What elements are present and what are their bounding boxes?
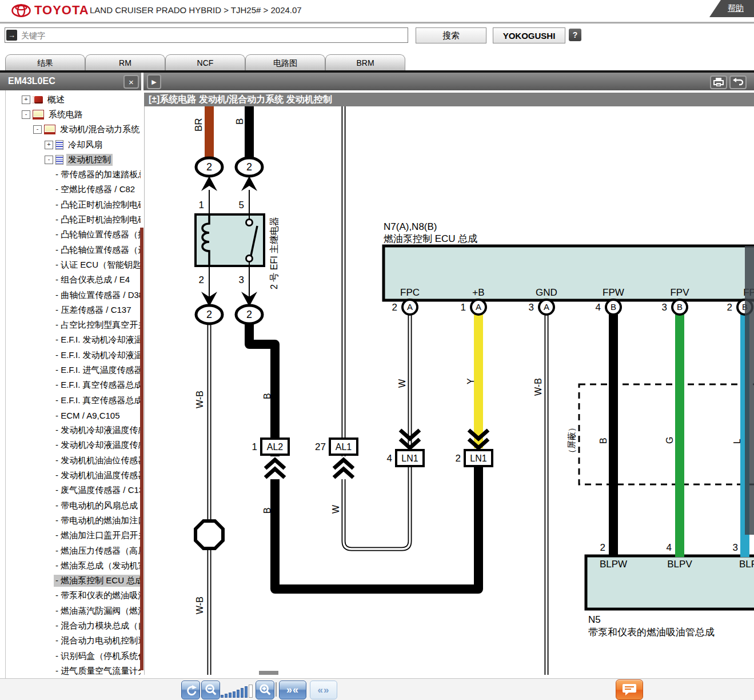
tree-item-label[interactable]: - 带电动机的燃油加注口盖 — [54, 515, 141, 527]
tree-item-label[interactable]: - E.F.I. 发动机冷却液温度 — [54, 334, 141, 346]
tree-leaf[interactable]: - 带传感器的加速踏板总成 — [6, 167, 141, 182]
zoom-out-button[interactable] — [201, 681, 220, 699]
tree-item-label[interactable]: - E.F.I. 真空传感器总成 / — [54, 379, 141, 391]
tree-leaf[interactable]: - 废气温度传感器 / C139 — [6, 483, 141, 498]
tree-item-label[interactable]: - E.F.I. 进气温度传感器 / — [54, 364, 141, 376]
tree-item-label[interactable]: - E.F.I. 发动机冷却液温度 — [54, 349, 141, 361]
tree-leaf[interactable]: - 曲轴位置传感器 / D38 — [6, 288, 141, 303]
tree-item-label[interactable]: - E.F.I. 真空传感器总成 / — [54, 395, 141, 407]
tree-item-label[interactable]: - 空燃比传感器 / C82 — [54, 184, 137, 196]
expand-panel-icon[interactable]: ▶ — [147, 74, 161, 89]
tree-node[interactable]: +冷却风扇 — [6, 137, 141, 152]
tree-item-label[interactable]: - 发动机机油温度传感器（ — [54, 470, 141, 482]
tree-item-label[interactable]: - 占空比控制型真空开关阀 — [54, 319, 141, 331]
collapse-icon[interactable]: - — [33, 125, 42, 134]
tree-node[interactable]: -系统电路 — [6, 107, 141, 122]
question-icon[interactable]: ? — [569, 29, 581, 41]
tree-leaf[interactable]: - 凸轮正时机油控制电磁阀 — [6, 212, 141, 227]
tab-电路图[interactable]: 电路图 — [245, 54, 325, 71]
tree-node[interactable]: +概述 — [6, 92, 141, 107]
tree-leaf[interactable]: - 燃油压力传感器（高压侧 — [6, 543, 141, 558]
tab-RM[interactable]: RM — [85, 54, 165, 71]
tree-item-label[interactable]: 发动机/混合动力系统 — [58, 124, 141, 136]
zoom-bar[interactable] — [245, 686, 248, 698]
zoom-bar[interactable] — [241, 688, 244, 698]
tree-item-label[interactable]: - ECM / A9,C105 — [54, 410, 122, 421]
tree-leaf[interactable]: - 认证 ECU（智能钥匙 EC — [6, 257, 141, 272]
tree-item-label[interactable]: - 压差传感器 / C137 — [54, 304, 133, 316]
tree-leaf[interactable]: - 燃油泵控制 ECU 总成 / — [6, 574, 141, 588]
tree-leaf[interactable]: - 带电动机的风扇总成 / h2 — [6, 498, 141, 513]
tree-item-label[interactable]: - 混合动力电动机控制逆变 — [54, 635, 141, 647]
tree-item-label[interactable]: - 混合动力模块总成（自动 — [54, 620, 141, 632]
tree-leaf[interactable]: - E.F.I. 发动机冷却液温度 — [6, 333, 141, 348]
zoom-level-bars[interactable] — [221, 684, 253, 698]
tree-leaf[interactable]: - 发动机冷却液温度传感器 — [6, 438, 141, 453]
search-button[interactable]: 搜索 — [416, 27, 486, 43]
tree-leaf[interactable]: - 凸轮轴位置传感器（进气 — [6, 242, 141, 257]
back-button[interactable] — [729, 75, 747, 89]
horizontal-scrollbar-thumb[interactable] — [259, 671, 278, 675]
tree-leaf[interactable]: - 带泵和仪表的燃油吸油管 — [6, 588, 141, 603]
zoom-bar[interactable] — [233, 691, 236, 698]
tree-item-label[interactable]: 概述 — [46, 94, 66, 106]
collapse-icon[interactable]: - — [45, 156, 53, 164]
tree-item-label[interactable]: - 燃油泵控制 ECU 总成 / — [54, 575, 141, 587]
tree-leaf[interactable]: - 带电动机的燃油加注口盖 — [6, 513, 141, 528]
tree-item-label[interactable]: 发动机控制 — [66, 154, 113, 166]
tree-item-label[interactable]: - 发动机冷却液温度传感器 — [54, 439, 141, 451]
diagram-title[interactable]: [±]系统电路 发动机/混合动力系统 发动机控制 — [144, 93, 754, 106]
tree-node[interactable]: -发动机控制 — [6, 152, 141, 167]
tree-leaf[interactable]: - ECM / A9,C105 — [6, 408, 141, 423]
tree-item-label[interactable]: - 组合仪表总成 / E4 — [54, 274, 131, 286]
collapse-icon[interactable]: - — [22, 110, 30, 119]
tree-item-label[interactable]: - 发动机冷却液温度传感器 — [54, 424, 141, 436]
help-tab[interactable]: 帮助 — [709, 0, 754, 17]
tree-item-label[interactable]: - 凸轮轴位置传感器（进气 — [54, 244, 141, 256]
tree-item-label[interactable]: - 燃油压力传感器（高压侧 — [54, 545, 141, 557]
vertical-scrollbar-thumb[interactable] — [745, 246, 754, 535]
wiring-diagram[interactable]: 22222A1A3A4B3B2B1AL227AL14LN12LN1BRB1523… — [145, 106, 754, 675]
tree-item-label[interactable]: - 带电动机的风扇总成 / h2 — [54, 500, 141, 512]
zoom-bar-current[interactable] — [249, 685, 253, 698]
tree-leaf[interactable]: - 发动机机油温度传感器（ — [6, 468, 141, 483]
rotate-button[interactable] — [181, 681, 200, 699]
tree-item-label[interactable]: - 凸轮正时机油控制电磁阀 — [54, 199, 141, 211]
feedback-button[interactable] — [616, 679, 643, 700]
tab-结果[interactable]: 结果 — [5, 54, 85, 71]
page-nav-button[interactable]: «» — [310, 681, 337, 699]
tree-leaf[interactable]: - 空燃比传感器 / C82 — [6, 182, 141, 197]
tree-leaf[interactable]: - E.F.I. 进气温度传感器 / — [6, 363, 141, 377]
tree-item-label[interactable]: - 燃油泵总成（发动机室侧 — [54, 560, 141, 572]
tree-leaf[interactable]: - 识别码盒（停机系统代码 — [6, 649, 141, 663]
tree-leaf[interactable]: - 混合动力电动机控制逆变 — [6, 634, 141, 649]
expand-icon[interactable]: + — [22, 96, 30, 104]
tree-leaf[interactable]: - E.F.I. 真空传感器总成 / — [6, 393, 141, 408]
tree-item-label[interactable]: - 发动机机油油位传感器 / — [54, 455, 141, 467]
zoom-bar[interactable] — [225, 694, 228, 698]
tree-leaf[interactable]: - 进气质量空气流量计分总 — [6, 663, 141, 678]
tree-leaf[interactable]: - E.F.I. 真空传感器总成 / — [6, 378, 141, 393]
tree-leaf[interactable]: - 压差传感器 / C137 — [6, 303, 141, 317]
tree-scrollbar[interactable] — [140, 228, 143, 670]
search-go-icon[interactable]: → — [6, 30, 17, 41]
tree-item-label[interactable]: - 燃油蒸汽防漏阀（燃油箱 — [54, 605, 141, 617]
tree-leaf[interactable]: - 组合仪表总成 / E4 — [6, 273, 141, 288]
tree-item-label[interactable]: 系统电路 — [47, 109, 85, 121]
expand-icon[interactable]: + — [45, 141, 53, 149]
tree-leaf[interactable]: - 占空比控制型真空开关阀 — [6, 317, 141, 332]
tree-item-label[interactable]: - 带泵和仪表的燃油吸油管 — [54, 590, 141, 602]
tree-leaf[interactable]: - 发动机冷却液温度传感器 — [6, 423, 141, 438]
tree-leaf[interactable]: - 混合动力模块总成（自动 — [6, 618, 141, 633]
close-panel-icon[interactable]: × — [123, 75, 139, 89]
tree-leaf[interactable]: - 燃油蒸汽防漏阀（燃油箱 — [6, 603, 141, 618]
tab-NCF[interactable]: NCF — [165, 54, 245, 71]
tree-leaf[interactable]: - 凸轮正时机油控制电磁阀 — [6, 197, 141, 212]
tree-node[interactable]: -发动机/混合动力系统 — [6, 122, 141, 137]
tab-BRM[interactable]: BRM — [325, 54, 405, 71]
zoom-in-button[interactable] — [256, 681, 274, 699]
zoom-bar[interactable] — [237, 690, 240, 698]
tree-item-label[interactable]: - 废气温度传感器 / C139 — [54, 484, 141, 496]
tree-leaf[interactable]: - 凸轮轴位置传感器（排气 — [6, 228, 141, 242]
tree-item-label[interactable]: - 进气质量空气流量计分总 — [54, 665, 141, 677]
